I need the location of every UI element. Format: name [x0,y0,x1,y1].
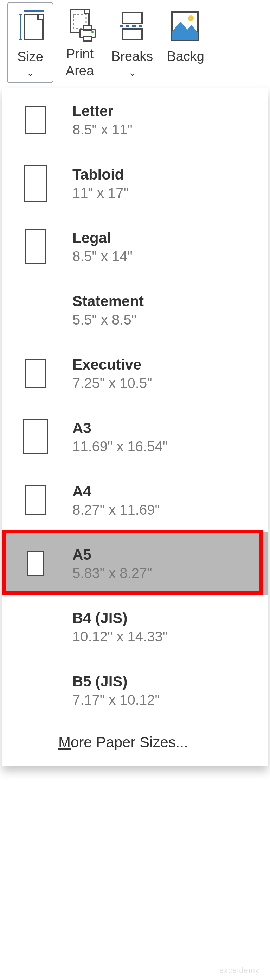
watermark: exceldemy [219,966,259,975]
size-icon [13,7,48,46]
background-icon [170,7,201,45]
background-label: Backg [167,48,204,65]
breaks-icon [115,7,150,45]
size-option-dims: 5.83" x 8.27" [73,565,152,581]
size-dropdown: Letter8.5" x 11"Tabloid11" x 17"Legal8.5… [2,88,268,766]
print-area-button[interactable]: Print Area [57,2,103,83]
size-option-dims: 5.5" x 8.5" [73,312,144,328]
size-option-legal[interactable]: Legal8.5" x 14" [2,215,268,278]
print-area-label: Print Area [66,46,94,79]
more-paper-sizes[interactable]: More Paper Sizes... [2,722,268,763]
size-option-tabloid[interactable]: Tabloid11" x 17" [2,152,268,215]
svg-rect-13 [122,13,142,23]
page-thumb-icon [20,226,51,268]
size-option-b5-jis-[interactable]: B5 (JIS)7.17" x 10.12" [2,659,268,722]
size-option-dims: 11.69" x 16.54" [73,439,168,455]
page-thumb-icon [20,606,51,648]
page-thumb-icon [20,479,51,521]
chevron-down-icon: ⌄ [128,67,136,78]
size-option-a5[interactable]: A55.83" x 8.27" [2,532,268,595]
print-area-icon [62,7,97,43]
svg-point-12 [92,31,93,33]
page-thumb-icon [20,352,51,395]
size-option-name: A4 [73,483,160,500]
page-thumb-icon [20,669,51,711]
size-option-dims: 7.25" x 10.5" [73,375,152,391]
size-option-a4[interactable]: A48.27" x 11.69" [2,469,268,532]
svg-rect-11 [83,36,92,41]
size-option-name: Tabloid [73,166,129,183]
size-label: Size [17,49,43,65]
size-option-b4-jis-[interactable]: B4 (JIS)10.12" x 14.33" [2,595,268,659]
size-option-a3[interactable]: A311.69" x 16.54" [2,405,268,469]
size-option-statement[interactable]: Statement5.5" x 8.5" [2,278,268,342]
page-thumb-icon [20,162,51,205]
size-option-dims: 7.17" x 10.12" [73,692,160,708]
svg-rect-14 [122,29,142,40]
size-option-dims: 8.27" x 11.69" [73,502,160,518]
size-option-dims: 11" x 17" [73,185,129,201]
size-option-name: B4 (JIS) [73,610,168,627]
size-option-name: Letter [73,103,133,120]
ribbon-toolbar: Size ⌄ Print Area Breaks [0,0,270,88]
size-option-name: Statement [73,293,144,310]
chevron-down-icon: ⌄ [26,67,35,78]
size-option-executive[interactable]: Executive7.25" x 10.5" [2,342,268,405]
page-thumb-icon [20,542,51,585]
size-option-name: A3 [73,420,168,436]
page-thumb-icon [20,289,51,331]
size-option-dims: 8.5" x 14" [73,248,133,264]
svg-point-18 [188,16,194,21]
size-option-dims: 10.12" x 14.33" [73,629,168,644]
size-option-name: A5 [73,546,152,563]
size-option-dims: 8.5" x 11" [73,122,133,138]
size-button[interactable]: Size ⌄ [7,2,54,83]
breaks-button[interactable]: Breaks ⌄ [106,2,158,83]
size-option-letter[interactable]: Letter8.5" x 11" [2,88,268,152]
svg-rect-10 [83,26,92,30]
size-option-name: Legal [73,229,133,247]
background-button[interactable]: Backg [162,2,210,83]
page-thumb-icon [20,99,51,141]
size-option-name: Executive [73,356,152,373]
breaks-label: Breaks [111,48,153,65]
size-option-name: B5 (JIS) [73,673,160,690]
page-thumb-icon [20,416,51,458]
